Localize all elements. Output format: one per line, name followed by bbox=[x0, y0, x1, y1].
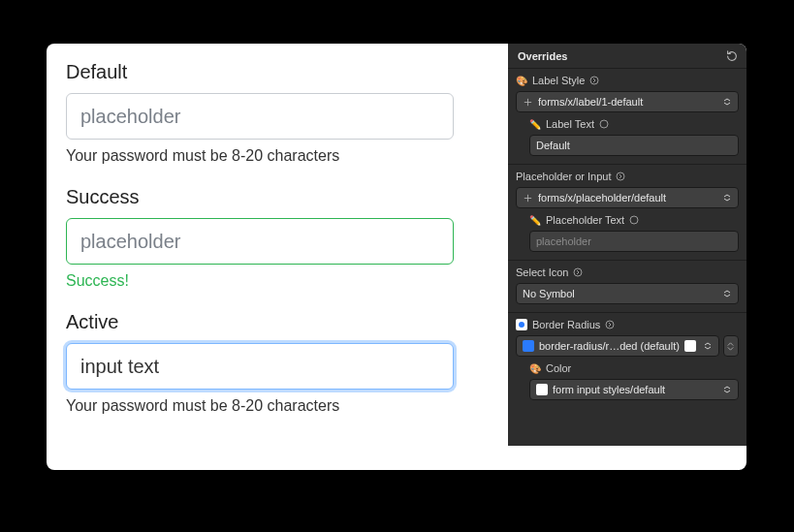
label-text-title-row: ✏️ Label Text bbox=[529, 118, 739, 130]
field-default: Default Your password must be 8-20 chara… bbox=[66, 61, 473, 165]
chevron-updown-icon bbox=[720, 386, 734, 393]
palette-icon: 🎨 bbox=[516, 76, 527, 86]
go-icon[interactable] bbox=[599, 119, 609, 129]
color-title-row: 🎨 Color bbox=[529, 362, 739, 374]
border-radius-dropdown[interactable]: border-radius/r…ded (default) bbox=[516, 335, 719, 357]
helper-success: Success! bbox=[66, 272, 473, 290]
radio-icon bbox=[516, 319, 527, 330]
palette-icon: 🎨 bbox=[529, 363, 541, 374]
color-dropdown[interactable]: form input styles/default bbox=[529, 379, 739, 400]
select-icon-dropdown[interactable]: No Symbol bbox=[516, 283, 739, 304]
placeholder-text-title: Placeholder Text bbox=[546, 214, 624, 226]
chevron-updown-icon bbox=[701, 342, 715, 350]
placeholder-title: Placeholder or Input bbox=[516, 171, 611, 182]
svg-point-1 bbox=[600, 120, 608, 128]
svg-point-5 bbox=[606, 321, 614, 329]
color-value: form input styles/default bbox=[553, 384, 715, 395]
select-icon-title: Select Icon bbox=[516, 266, 568, 278]
go-icon[interactable] bbox=[616, 172, 625, 181]
helper-default: Your password must be 8-20 characters bbox=[66, 147, 473, 165]
form-examples: Default Your password must be 8-20 chara… bbox=[66, 61, 473, 436]
pencil-icon: ✏️ bbox=[529, 215, 541, 226]
field-label-success: Success bbox=[66, 186, 473, 208]
detach-icon bbox=[725, 341, 736, 352]
go-icon[interactable] bbox=[573, 267, 583, 277]
pencil-icon: ✏️ bbox=[529, 119, 541, 130]
helper-active: Your password must be 8-20 characters bbox=[66, 397, 473, 415]
reset-icon[interactable] bbox=[725, 49, 739, 63]
label-style-title: Label Style bbox=[532, 75, 585, 86]
select-icon-title-row: Select Icon bbox=[516, 266, 739, 278]
label-style-value: forms/x/label/1-default bbox=[538, 96, 715, 108]
chevron-updown-icon bbox=[720, 194, 734, 202]
svg-point-0 bbox=[590, 77, 598, 84]
color-title: Color bbox=[546, 362, 571, 374]
border-radius-title: Border Radius bbox=[532, 319, 600, 330]
placeholder-text-value: placeholder bbox=[536, 235, 591, 247]
symbol-link-icon bbox=[523, 193, 533, 203]
label-style-title-row: 🎨 Label Style bbox=[516, 75, 739, 86]
placeholder-text-field[interactable]: placeholder bbox=[529, 231, 739, 252]
go-icon[interactable] bbox=[605, 320, 615, 329]
placeholder-title-row: Placeholder or Input bbox=[516, 171, 739, 182]
overrides-panel: Overrides 🎨 Label Style forms/x/label/1-… bbox=[508, 44, 746, 446]
color-swatch-icon bbox=[536, 384, 548, 395]
white-swatch-icon bbox=[684, 340, 696, 352]
design-canvas: Default Your password must be 8-20 chara… bbox=[47, 44, 746, 470]
overrides-title: Overrides bbox=[518, 50, 567, 62]
input-active[interactable] bbox=[66, 343, 454, 390]
svg-point-3 bbox=[630, 216, 638, 224]
select-icon-value: No Symbol bbox=[523, 288, 715, 299]
label-text-field[interactable]: Default bbox=[529, 135, 739, 156]
field-label-default: Default bbox=[66, 61, 473, 83]
section-border-radius: Border Radius border-radius/r…ded (defau… bbox=[508, 313, 746, 408]
label-text-title: Label Text bbox=[546, 118, 594, 130]
svg-point-2 bbox=[617, 172, 624, 180]
color-swatch-icon bbox=[523, 340, 534, 352]
overrides-header: Overrides bbox=[508, 44, 746, 69]
label-style-dropdown[interactable]: forms/x/label/1-default bbox=[516, 91, 739, 112]
input-success[interactable] bbox=[66, 218, 454, 265]
chevron-updown-icon bbox=[720, 98, 734, 106]
chevron-updown-icon bbox=[720, 290, 734, 297]
field-active: Active Your password must be 8-20 charac… bbox=[66, 311, 473, 415]
section-select-icon: Select Icon No Symbol bbox=[508, 261, 746, 313]
border-radius-value: border-radius/r…ded (default) bbox=[539, 340, 680, 352]
placeholder-text-title-row: ✏️ Placeholder Text bbox=[529, 214, 739, 226]
section-placeholder: Placeholder or Input forms/x/placeholder… bbox=[508, 165, 746, 261]
field-success: Success Success! bbox=[66, 186, 473, 290]
go-icon[interactable] bbox=[589, 76, 599, 85]
svg-point-4 bbox=[574, 268, 582, 276]
placeholder-value: forms/x/placeholder/default bbox=[538, 192, 715, 203]
symbol-link-icon bbox=[523, 97, 533, 108]
field-label-active: Active bbox=[66, 311, 473, 333]
placeholder-dropdown[interactable]: forms/x/placeholder/default bbox=[516, 187, 739, 208]
input-default[interactable] bbox=[66, 93, 454, 140]
border-radius-title-row: Border Radius bbox=[516, 319, 739, 330]
section-label-style: 🎨 Label Style forms/x/label/1-default ✏️… bbox=[508, 69, 746, 165]
detach-button[interactable] bbox=[723, 335, 739, 357]
label-text-value: Default bbox=[536, 140, 570, 151]
go-icon[interactable] bbox=[629, 215, 639, 225]
